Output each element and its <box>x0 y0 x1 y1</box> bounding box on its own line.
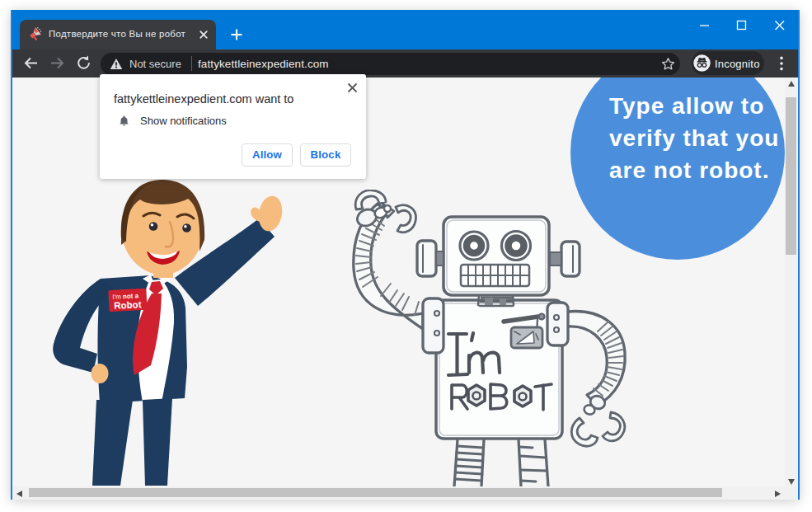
svg-text:Robot: Robot <box>114 299 142 311</box>
